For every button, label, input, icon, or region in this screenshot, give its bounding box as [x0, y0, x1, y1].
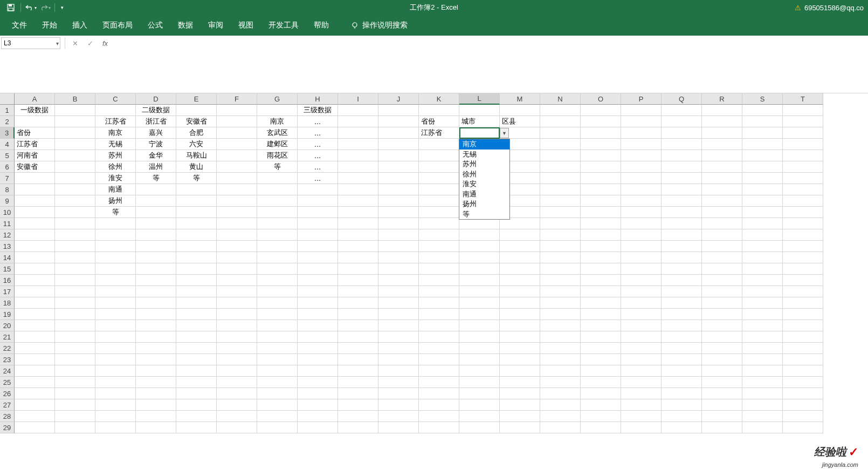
cell-N18[interactable]: [540, 297, 581, 309]
validation-dropdown-button[interactable]: ▼: [500, 128, 509, 138]
cell-T20[interactable]: [783, 320, 823, 331]
cell-G13[interactable]: [257, 241, 298, 252]
cell-P14[interactable]: [621, 252, 662, 263]
cell-G7[interactable]: [257, 173, 298, 184]
cell-B5[interactable]: [55, 150, 95, 161]
cell-C8[interactable]: 南通: [95, 184, 136, 195]
cell-O28[interactable]: [581, 411, 621, 422]
cell-J11[interactable]: [378, 218, 419, 229]
cell-T4[interactable]: [783, 139, 823, 150]
tell-me-search[interactable]: 操作说明搜索: [343, 15, 415, 36]
cell-N23[interactable]: [540, 354, 581, 365]
cell-M24[interactable]: [500, 365, 540, 377]
cell-I6[interactable]: [338, 161, 378, 173]
tab-formulas[interactable]: 公式: [140, 15, 170, 36]
cell-G3[interactable]: 玄武区: [257, 127, 298, 139]
cell-C14[interactable]: [95, 252, 136, 263]
cell-F21[interactable]: [217, 331, 257, 343]
cell-Q19[interactable]: [662, 309, 702, 320]
cell-C28[interactable]: [95, 411, 136, 422]
dropdown-item[interactable]: 南京: [459, 139, 509, 149]
cell-Q5[interactable]: [662, 150, 702, 161]
cell-G23[interactable]: [257, 354, 298, 365]
row-header-12[interactable]: 12: [0, 229, 15, 241]
cell-I19[interactable]: [338, 309, 378, 320]
cell-L12[interactable]: [459, 229, 500, 241]
fx-button[interactable]: fx: [100, 38, 111, 49]
cell-A13[interactable]: [15, 241, 55, 252]
cell-P19[interactable]: [621, 309, 662, 320]
cell-G1[interactable]: [257, 105, 298, 116]
cell-N3[interactable]: [540, 127, 581, 139]
cell-F16[interactable]: [217, 275, 257, 286]
cell-O4[interactable]: [581, 139, 621, 150]
cell-T26[interactable]: [783, 388, 823, 399]
cell-O27[interactable]: [581, 399, 621, 411]
tab-view[interactable]: 视图: [231, 15, 261, 36]
cell-E11[interactable]: [176, 218, 217, 229]
cell-G29[interactable]: [257, 422, 298, 433]
cell-Q20[interactable]: [662, 320, 702, 331]
dropdown-item[interactable]: 苏州: [459, 159, 509, 169]
cell-C24[interactable]: [95, 365, 136, 377]
cell-B7[interactable]: [55, 173, 95, 184]
cell-J20[interactable]: [378, 320, 419, 331]
cell-K6[interactable]: [419, 161, 459, 173]
cell-A9[interactable]: [15, 195, 55, 207]
cell-J3[interactable]: [378, 127, 419, 139]
cell-E3[interactable]: 合肥: [176, 127, 217, 139]
cell-Q11[interactable]: [662, 218, 702, 229]
cell-A23[interactable]: [15, 354, 55, 365]
col-header-G[interactable]: G: [257, 93, 298, 105]
cell-N28[interactable]: [540, 411, 581, 422]
row-header-17[interactable]: 17: [0, 286, 15, 297]
row-header-24[interactable]: 24: [0, 365, 15, 377]
row-header-10[interactable]: 10: [0, 207, 15, 218]
cell-F5[interactable]: [217, 150, 257, 161]
cell-Q14[interactable]: [662, 252, 702, 263]
row-header-25[interactable]: 25: [0, 377, 15, 388]
cell-D20[interactable]: [136, 320, 176, 331]
cell-H5[interactable]: …: [298, 150, 338, 161]
cell-D22[interactable]: [136, 343, 176, 354]
cell-F28[interactable]: [217, 411, 257, 422]
cell-D10[interactable]: [136, 207, 176, 218]
cell-T1[interactable]: [783, 105, 823, 116]
cell-C10[interactable]: 等: [95, 207, 136, 218]
qat-customize[interactable]: ▾: [58, 1, 66, 14]
cell-R4[interactable]: [702, 139, 742, 150]
cell-C22[interactable]: [95, 343, 136, 354]
cell-D26[interactable]: [136, 388, 176, 399]
cell-B19[interactable]: [55, 309, 95, 320]
cell-G28[interactable]: [257, 411, 298, 422]
cell-P15[interactable]: [621, 263, 662, 275]
cell-B9[interactable]: [55, 195, 95, 207]
cell-P29[interactable]: [621, 422, 662, 433]
cell-Q16[interactable]: [662, 275, 702, 286]
cell-P7[interactable]: [621, 173, 662, 184]
cell-A5[interactable]: 河南省: [15, 150, 55, 161]
cell-C26[interactable]: [95, 388, 136, 399]
cell-G25[interactable]: [257, 377, 298, 388]
cell-H22[interactable]: [298, 343, 338, 354]
cell-I23[interactable]: [338, 354, 378, 365]
cell-O29[interactable]: [581, 422, 621, 433]
cell-B17[interactable]: [55, 286, 95, 297]
cell-M2[interactable]: 区县: [500, 116, 540, 127]
cell-D14[interactable]: [136, 252, 176, 263]
cell-F20[interactable]: [217, 320, 257, 331]
save-button[interactable]: [4, 1, 17, 14]
row-header-3[interactable]: 3: [0, 127, 15, 139]
cell-D8[interactable]: [136, 184, 176, 195]
cell-I20[interactable]: [338, 320, 378, 331]
cell-G12[interactable]: [257, 229, 298, 241]
cell-J1[interactable]: [378, 105, 419, 116]
row-header-19[interactable]: 19: [0, 309, 15, 320]
cell-F14[interactable]: [217, 252, 257, 263]
cell-N16[interactable]: [540, 275, 581, 286]
cell-P28[interactable]: [621, 411, 662, 422]
cell-P10[interactable]: [621, 207, 662, 218]
cell-Q2[interactable]: [662, 116, 702, 127]
cell-Q26[interactable]: [662, 388, 702, 399]
cell-A29[interactable]: [15, 422, 55, 433]
